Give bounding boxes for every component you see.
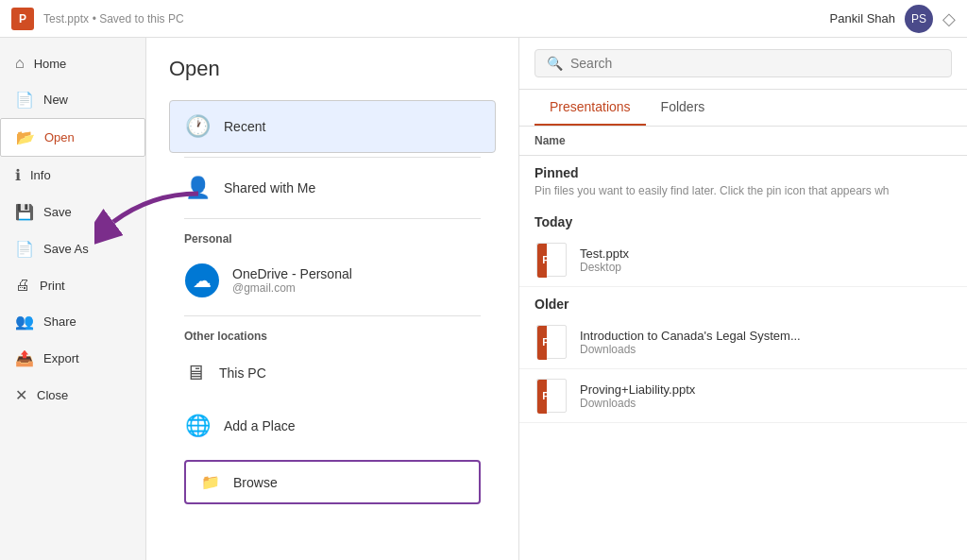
browse-button[interactable]: 📁 Browse [184,460,481,504]
file-info-legal: Introduction to Canada's Legal System...… [580,329,801,356]
divider-1 [184,157,481,158]
sidebar-item-export[interactable]: 📤 Export [0,340,145,377]
onedrive-icon: ☁ [185,263,219,297]
file-list-header: Name [519,127,967,156]
sidebar-item-save[interactable]: 💾 Save [0,194,145,230]
file-location-legal: Downloads [580,343,801,356]
sidebar-item-info[interactable]: ℹ Info [0,157,145,194]
sidebar-save-label: Save [43,205,72,219]
pinned-desc: Pin files you want to easily find later.… [519,184,967,205]
close-icon: ✕ [15,386,27,404]
panel-title: Open [169,57,496,81]
file-item-legal[interactable]: P Introduction to Canada's Legal System.… [519,315,967,369]
app-logo: P [11,8,34,30]
title-bar: P Test.pptx • Saved to this PC Pankil Sh… [0,0,967,38]
pptx-icon-legal: P [534,325,568,359]
sidebar-home-label: Home [34,57,67,71]
tab-presentations[interactable]: Presentations [534,90,646,126]
addplace-label: Add a Place [224,418,296,433]
file-location-test: Desktop [580,261,629,274]
print-icon: 🖨 [15,277,30,294]
older-title: Older [519,287,967,315]
personal-section-label: Personal [169,223,496,249]
sidebar-info-label: Info [30,168,51,182]
export-icon: 📤 [15,349,34,367]
addplace-option[interactable]: 🌐 Add a Place [169,399,496,452]
doc-title: Test.pptx • Saved to this PC [43,11,830,25]
onedrive-title: OneDrive - Personal [232,266,352,281]
sidebar-item-print[interactable]: 🖨 Print [0,267,145,303]
addplace-icon: 🌐 [185,414,211,438]
shared-option[interactable]: 👤 Shared with Me [169,161,496,214]
right-panel: 🔍 Presentations Folders Name Pinned Pin … [519,38,967,560]
user-avatar[interactable]: PS [905,5,933,33]
shared-label: Shared with Me [224,180,315,195]
sidebar-saveas-label: Save As [43,242,89,256]
divider-3 [184,315,481,316]
pptx-icon-test: P [534,243,568,277]
diamond-icon: ◇ [942,8,956,29]
new-icon: 📄 [15,91,34,109]
tab-folders[interactable]: Folders [646,90,721,126]
recent-label: Recent [224,119,265,134]
share-icon: 👥 [15,313,34,331]
sidebar-item-open[interactable]: 📂 Open [0,118,145,157]
search-icon: 🔍 [547,56,563,71]
file-info-liability: Proving+Liability.pptx Downloads [580,382,695,410]
sidebar-close-label: Close [37,388,68,402]
thispc-option[interactable]: 🖥 This PC [169,347,496,399]
user-name: Pankil Shah [830,11,895,25]
file-list: Pinned Pin files you want to easily find… [519,156,967,560]
today-title: Today [519,205,967,233]
home-icon: ⌂ [15,55,25,72]
thispc-label: This PC [219,365,266,381]
open-icon: 📂 [16,128,35,146]
file-info-test: Test.pptx Desktop [580,246,629,274]
sidebar-item-new[interactable]: 📄 New [0,81,145,118]
onedrive-sub: @gmail.com [232,281,352,295]
sidebar-new-label: New [43,93,68,107]
other-section-label: Other locations [169,320,496,347]
sidebar-item-close[interactable]: ✕ Close [0,377,145,414]
save-icon: 💾 [15,203,34,221]
pinned-title: Pinned [519,156,967,184]
search-wrapper[interactable]: 🔍 [534,49,952,77]
onedrive-info: OneDrive - Personal @gmail.com [232,266,352,295]
file-name-test: Test.pptx [580,246,629,261]
sidebar-item-home[interactable]: ⌂ Home [0,45,145,81]
thispc-icon: 🖥 [185,361,206,385]
recent-option[interactable]: 🕐 Recent [169,100,496,153]
sidebar-open-label: Open [44,130,75,144]
browse-icon: 📁 [201,473,220,491]
file-name-liability: Proving+Liability.pptx [580,382,695,397]
content-area: ⌂ Home 📄 New 📂 Open ℹ Info 💾 Save 📄 Save… [0,38,967,560]
sidebar: ⌂ Home 📄 New 📂 Open ℹ Info 💾 Save 📄 Save… [0,38,146,560]
browse-label: Browse [233,475,278,490]
saveas-icon: 📄 [15,240,34,258]
file-item-test[interactable]: P Test.pptx Desktop [519,233,967,287]
sidebar-print-label: Print [40,279,65,293]
file-location-liability: Downloads [580,397,695,410]
recent-icon: 🕐 [185,114,211,139]
info-icon: ℹ [15,166,21,184]
file-item-liability[interactable]: P Proving+Liability.pptx Downloads [519,369,967,423]
tabs-bar: Presentations Folders [519,90,967,127]
sidebar-share-label: Share [43,314,76,329]
center-panel: Open 🕐 Recent 👤 Shared with Me Personal … [146,38,519,560]
pptx-icon-liability: P [534,379,568,413]
onedrive-option[interactable]: ☁ OneDrive - Personal @gmail.com [169,249,496,312]
sidebar-item-share[interactable]: 👥 Share [0,303,145,340]
sidebar-item-saveas[interactable]: 📄 Save As [0,230,145,267]
divider-2 [184,218,481,219]
sidebar-export-label: Export [43,351,79,365]
search-input[interactable] [570,56,940,71]
file-name-legal: Introduction to Canada's Legal System... [580,329,801,343]
search-bar: 🔍 [519,38,967,90]
title-bar-right: Pankil Shah PS ◇ [830,5,956,33]
shared-icon: 👤 [185,176,211,200]
